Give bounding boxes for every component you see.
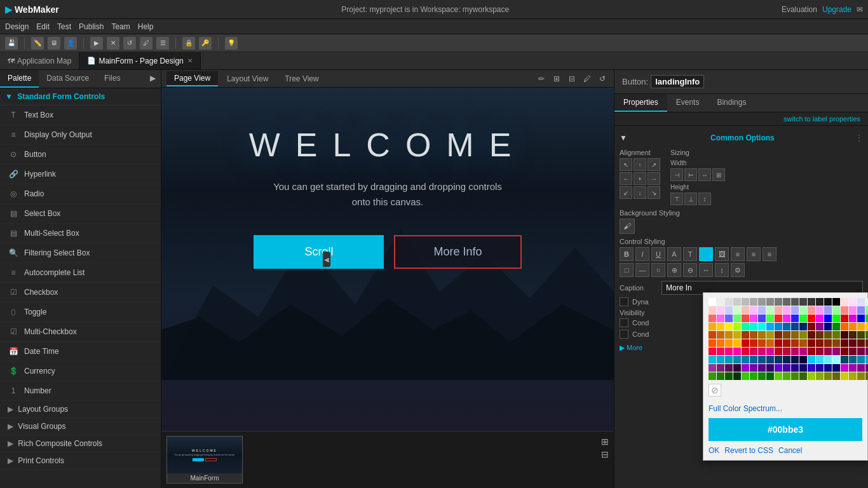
align-topcenter-btn[interactable]: ↑ <box>634 158 646 171</box>
toolbar-info-icon[interactable]: 💡 <box>225 37 238 50</box>
color-cell[interactable] <box>824 364 832 372</box>
align-bottomright-btn[interactable]: ↘ <box>648 186 660 199</box>
color-cell[interactable] <box>717 306 724 314</box>
color-cell[interactable] <box>824 323 832 330</box>
color-cell[interactable] <box>849 298 857 306</box>
color-cell[interactable] <box>717 348 724 355</box>
color-cell[interactable] <box>733 315 741 322</box>
sidebar-collapse-arrow[interactable]: ◀ <box>323 252 330 267</box>
color-cell[interactable] <box>857 372 865 380</box>
width-center-btn[interactable]: ⊢ <box>684 168 697 181</box>
color-cell[interactable] <box>791 356 799 363</box>
full-spectrum-link[interactable]: Full Color Spectrum... <box>709 404 862 413</box>
sidebar-item-radio[interactable]: ◎ Radio <box>0 184 161 204</box>
menu-test[interactable]: Test <box>57 22 71 31</box>
view-icon-split[interactable]: ⊟ <box>566 72 578 85</box>
color-cell[interactable] <box>766 364 774 372</box>
panel-tab-bindings[interactable]: Bindings <box>708 94 755 112</box>
align-right-btn[interactable]: → <box>648 172 660 185</box>
color-cell[interactable] <box>775 315 782 322</box>
tab-application-map[interactable]: 🗺 Application Map <box>0 52 79 69</box>
width-fit-btn[interactable]: ⊞ <box>712 168 725 181</box>
color-cell[interactable] <box>758 306 766 314</box>
sidebar-item-textbox[interactable]: T Text Box <box>0 105 161 125</box>
color-cell[interactable] <box>799 364 807 372</box>
color-cell[interactable] <box>832 356 840 363</box>
color-cell[interactable] <box>742 331 749 339</box>
color-cell[interactable] <box>758 356 766 363</box>
color-cell[interactable] <box>791 315 799 322</box>
color-cell[interactable] <box>849 331 857 339</box>
common-options-section-header[interactable]: ▼ Common Options ⋮ <box>620 131 863 145</box>
color-cell[interactable] <box>766 356 774 363</box>
menu-edit[interactable]: Edit <box>36 22 50 31</box>
sidebar-tab-arrow[interactable]: ▶ <box>145 70 161 88</box>
color-cell[interactable] <box>742 306 749 314</box>
color-cell[interactable] <box>725 298 733 306</box>
color-cell[interactable] <box>775 372 782 380</box>
color-cell[interactable] <box>808 323 815 330</box>
sidebar-item-selectbox[interactable]: ▤ Select Box <box>0 204 161 224</box>
sidebar-item-hyperlink[interactable]: 🔗 Hyperlink <box>0 165 161 184</box>
color-cell[interactable] <box>832 348 840 355</box>
color-cell[interactable] <box>791 364 799 372</box>
color-cell[interactable] <box>783 298 790 306</box>
color-cell[interactable] <box>816 323 824 330</box>
color-cell[interactable] <box>766 306 774 314</box>
panel-tab-properties[interactable]: Properties <box>614 94 667 112</box>
color-cell[interactable] <box>742 315 749 322</box>
color-cell[interactable] <box>725 331 733 339</box>
color-cell[interactable] <box>799 356 807 363</box>
color-cell[interactable] <box>865 323 868 330</box>
color-cell[interactable] <box>824 306 832 314</box>
color-cell[interactable] <box>758 323 766 330</box>
color-cell[interactable] <box>808 348 815 355</box>
color-cell[interactable] <box>783 323 790 330</box>
color-cell[interactable] <box>742 298 749 306</box>
color-cell[interactable] <box>733 339 741 347</box>
sidebar-group-visualgroups[interactable]: ▶ Visual Groups <box>0 418 161 435</box>
color-cell[interactable] <box>725 323 733 330</box>
sidebar-group-layoutgroups[interactable]: ▶ Layout Groups <box>0 401 161 418</box>
color-cell[interactable] <box>808 356 815 363</box>
color-cell[interactable] <box>832 306 840 314</box>
toolbar-user-icon[interactable]: 👤 <box>64 37 77 50</box>
color-cell[interactable] <box>791 298 799 306</box>
color-cell[interactable] <box>857 323 865 330</box>
color-cell[interactable] <box>750 298 757 306</box>
view-icon-grid[interactable]: ⊞ <box>550 72 563 85</box>
color-cell[interactable] <box>816 331 824 339</box>
color-cell[interactable] <box>832 298 840 306</box>
color-cell[interactable] <box>808 331 815 339</box>
color-cell[interactable] <box>791 372 799 380</box>
color-cell[interactable] <box>709 356 716 363</box>
color-cell[interactable] <box>766 298 774 306</box>
toolbar-save-icon[interactable]: 💾 <box>5 37 18 50</box>
toolbar-pen-icon[interactable]: 🖊 <box>140 37 153 50</box>
color-cell[interactable] <box>841 331 848 339</box>
height-expand-btn[interactable]: ⊥ <box>684 193 697 205</box>
color-cell[interactable] <box>857 315 865 322</box>
color-cell[interactable] <box>775 356 782 363</box>
style-lock-btn[interactable]: ⊕ <box>667 263 681 277</box>
color-cell[interactable] <box>750 348 757 355</box>
color-cell[interactable] <box>849 339 857 347</box>
color-cell[interactable] <box>750 364 757 372</box>
color-cell[interactable] <box>791 323 799 330</box>
style-minus-btn[interactable]: ⊖ <box>683 263 697 277</box>
color-cell[interactable] <box>709 306 716 314</box>
color-cell[interactable] <box>799 323 807 330</box>
color-cell[interactable] <box>758 348 766 355</box>
sidebar-tab-files[interactable]: Files <box>97 70 128 88</box>
color-cell[interactable] <box>841 356 848 363</box>
view-icon-edit[interactable]: ✏ <box>535 72 548 85</box>
align-center-btn[interactable]: + <box>634 172 646 185</box>
color-cell[interactable] <box>709 364 716 372</box>
color-cell[interactable] <box>733 356 741 363</box>
color-cell[interactable] <box>865 364 868 372</box>
align-topright-btn[interactable]: ↗ <box>648 158 660 171</box>
sidebar-item-multiselectbox[interactable]: ▤ Multi-Select Box <box>0 224 161 243</box>
no-color-btn[interactable]: ⊘ <box>709 384 721 396</box>
sidebar-tab-datasource[interactable]: Data Source <box>39 70 97 88</box>
menu-team[interactable]: Team <box>111 22 130 31</box>
